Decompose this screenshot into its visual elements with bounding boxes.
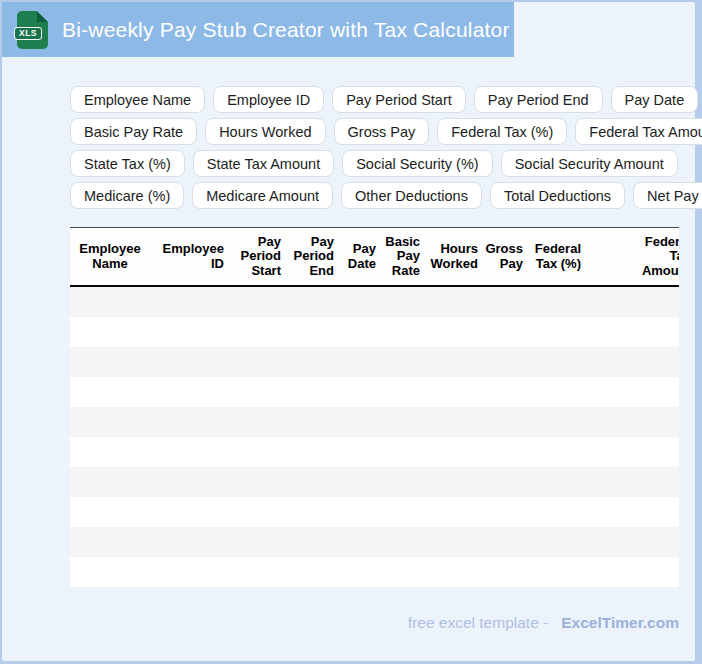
field-chip[interactable]: Employee Name [70,86,205,113]
table-empty-row [70,377,679,407]
footer: free excel template -ExcelTimer.com [408,614,679,632]
field-chip[interactable]: Pay Period Start [332,86,466,113]
table-empty-row [70,407,679,437]
table-empty-row [70,437,679,467]
table-body [70,287,679,587]
field-chip-list: Employee NameEmployee IDPay Period Start… [70,86,702,214]
title-bar: XLS Bi-weekly Pay Stub Creator with Tax … [2,2,514,57]
paystub-table: Employee NameEmployee IDPay Period Start… [70,227,679,587]
table-empty-row [70,527,679,557]
field-chip[interactable]: State Tax (%) [70,150,185,177]
field-chip[interactable]: Medicare Amount [192,182,333,209]
table-empty-row [70,317,679,347]
table-header-cell: Federal Tax Amount [587,235,679,279]
footer-brand-link[interactable]: ExcelTimer.com [561,614,679,631]
content-card: XLS Bi-weekly Pay Stub Creator with Tax … [2,2,695,661]
table-header-row: Employee NameEmployee IDPay Period Start… [70,227,679,287]
field-chip[interactable]: Employee ID [213,86,324,113]
xls-icon-corner-cut [37,11,48,22]
table-header-cell: Pay Period Start [230,235,287,279]
table-header-cell: Basic Pay Rate [382,235,426,279]
table-header-cell: Hours Worked [426,242,484,271]
field-chip[interactable]: Social Security (%) [342,150,492,177]
field-chip-row: Basic Pay RateHours WorkedGross PayFeder… [70,118,702,145]
field-chip[interactable]: Total Deductions [490,182,625,209]
field-chip[interactable]: Other Deductions [341,182,482,209]
field-chip[interactable]: Medicare (%) [70,182,184,209]
field-chip-row: Medicare (%)Medicare AmountOther Deducti… [70,182,702,209]
table-empty-row [70,347,679,377]
table-header-cell: Employee Name [70,242,150,271]
page-background: XLS Bi-weekly Pay Stub Creator with Tax … [0,0,702,664]
field-chip[interactable]: Pay Date [611,86,699,113]
field-chip[interactable]: Federal Tax (%) [437,118,567,145]
xls-icon-label: XLS [14,27,42,40]
field-chip-row: State Tax (%)State Tax AmountSocial Secu… [70,150,702,177]
page-title: Bi-weekly Pay Stub Creator with Tax Calc… [62,18,510,42]
field-chip[interactable]: Pay Period End [474,86,603,113]
field-chip[interactable]: State Tax Amount [193,150,334,177]
table-empty-row [70,287,679,317]
field-chip[interactable]: Federal Tax Amount [575,118,702,145]
field-chip[interactable]: Basic Pay Rate [70,118,197,145]
table-empty-row [70,557,679,587]
field-chip[interactable]: Net Pay [633,182,702,209]
table-header-cell: Gross Pay [484,242,529,271]
footer-text: free excel template - [408,614,548,631]
table-empty-row [70,467,679,497]
xls-file-icon: XLS [17,11,48,49]
field-chip[interactable]: Social Security Amount [501,150,678,177]
field-chip[interactable]: Gross Pay [334,118,430,145]
field-chip-row: Employee NameEmployee IDPay Period Start… [70,86,702,113]
table-header-cell: Federal Tax (%) [529,242,587,271]
field-chip[interactable]: Hours Worked [205,118,325,145]
table-header-cell: Pay Date [340,242,382,271]
table-empty-row [70,497,679,527]
table-header-cell: Employee ID [150,242,230,271]
table-header-cell: Pay Period End [287,235,340,279]
